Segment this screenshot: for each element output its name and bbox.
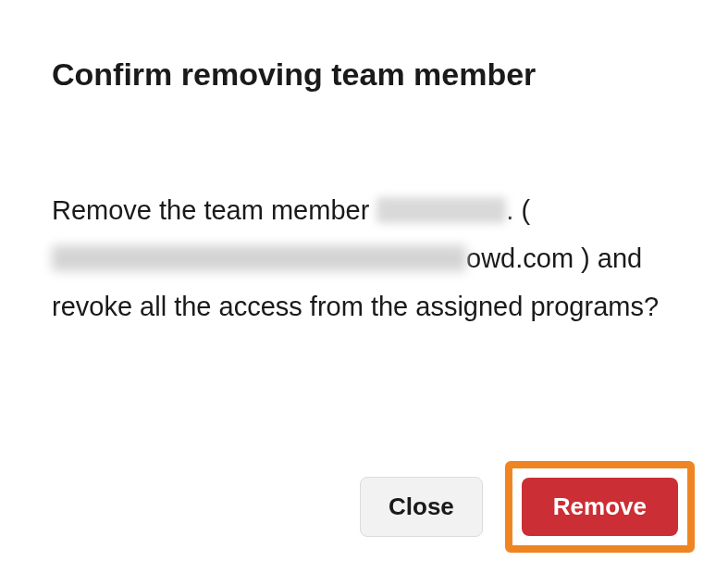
dialog-actions: Close Remove xyxy=(360,461,695,553)
redacted-member-name xyxy=(376,197,506,223)
body-after-name: . ( xyxy=(506,195,530,225)
dialog-body: Remove the team member . (owd.com ) and … xyxy=(52,186,676,331)
redacted-member-email xyxy=(52,245,466,271)
body-prefix: Remove the team member xyxy=(52,195,376,225)
body-email-suffix: owd.com ) xyxy=(466,243,590,273)
close-button[interactable]: Close xyxy=(360,477,483,537)
dialog-title: Confirm removing team member xyxy=(52,56,676,94)
remove-button-highlight: Remove xyxy=(505,461,695,553)
remove-button[interactable]: Remove xyxy=(522,478,678,536)
